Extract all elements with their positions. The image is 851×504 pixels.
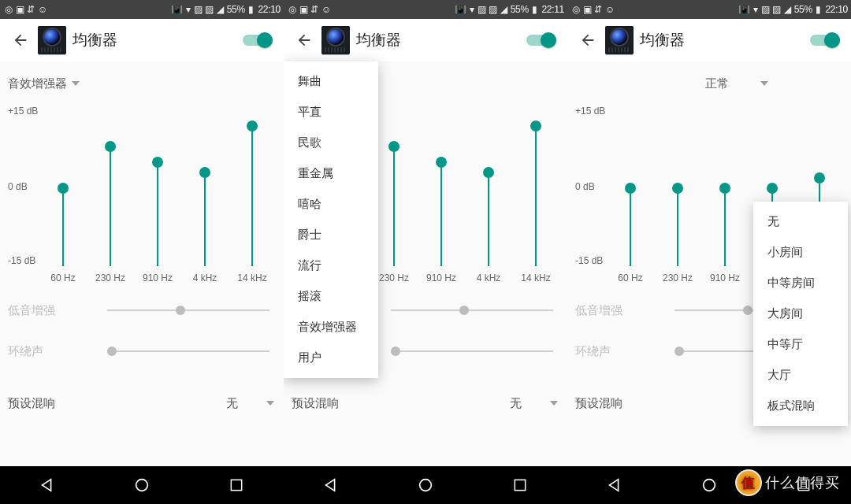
svg-point-2 — [420, 480, 432, 491]
reverb-menu-item[interactable]: 大厅 — [753, 360, 848, 391]
preset-menu-item[interactable]: 用户 — [284, 343, 378, 373]
reverb-menu-item[interactable]: 大房间 — [753, 298, 848, 329]
reverb-dropdown[interactable]: 预设混响 无 — [8, 386, 276, 421]
wifi-icon: ▾ — [186, 4, 191, 15]
eq-band-slider[interactable] — [419, 110, 463, 266]
preset-menu-item[interactable]: 重金属 — [284, 158, 378, 189]
master-toggle[interactable] — [526, 32, 556, 48]
nav-recent[interactable] — [225, 474, 247, 496]
nav-back[interactable] — [320, 474, 342, 496]
eq-band-slider[interactable] — [514, 110, 558, 266]
preset-dropdown[interactable]: 音效增强器 — [8, 71, 276, 96]
preset-menu-item[interactable]: 嘻哈 — [284, 189, 378, 220]
status-icon: ▨ — [772, 4, 781, 15]
preset-menu-item[interactable]: 民歌 — [284, 128, 378, 158]
freq-label: 910 Hz — [136, 272, 180, 284]
nav-recent[interactable] — [509, 474, 531, 496]
app-bar: 均衡器 — [567, 19, 851, 61]
watermark-badge-icon: 值 — [737, 471, 760, 495]
eq-band-slider[interactable] — [656, 110, 700, 266]
app-logo-icon — [321, 26, 350, 54]
svg-rect-3 — [515, 480, 525, 490]
eq-band-slider[interactable] — [41, 110, 85, 266]
surround-row: 环绕声 — [8, 331, 276, 372]
preset-menu-item[interactable]: 摇滚 — [284, 281, 378, 312]
surround-label: 环绕声 — [575, 344, 670, 359]
app-bar: 均衡器 — [284, 19, 567, 61]
preset-dropdown[interactable]: 正常 — [630, 71, 843, 96]
eq-band-slider[interactable] — [372, 110, 416, 266]
nav-home[interactable] — [414, 474, 437, 496]
freq-label: 230 Hz — [372, 272, 416, 284]
nav-home[interactable] — [698, 474, 720, 496]
eq-band-slider[interactable] — [230, 110, 274, 266]
back-button[interactable] — [287, 23, 321, 57]
svg-rect-1 — [231, 480, 241, 490]
eq-band-slider[interactable] — [136, 110, 180, 266]
status-icon: ⇵ — [27, 4, 35, 15]
reverb-menu-item[interactable]: 小房间 — [753, 237, 848, 268]
status-icon: ⇵ — [594, 4, 602, 15]
back-button[interactable] — [570, 23, 605, 57]
vibrate-icon: 📳 — [455, 4, 466, 15]
status-icon: ▣ — [16, 4, 24, 15]
bass-boost-slider[interactable] — [391, 301, 553, 320]
preset-menu-item[interactable]: 舞曲 — [284, 66, 378, 97]
nav-home[interactable] — [131, 474, 153, 496]
app-logo-icon — [38, 26, 66, 54]
preset-menu-item[interactable]: 爵士 — [284, 220, 378, 250]
clock: 22:11 — [541, 4, 564, 15]
watermark: 值 什么值得买 — [737, 471, 840, 495]
bass-boost-row: 低音增强 — [8, 290, 276, 331]
bass-boost-slider[interactable] — [107, 301, 269, 320]
preset-menu-item[interactable]: 流行 — [284, 250, 378, 281]
reverb-value: 无 — [226, 396, 238, 411]
status-icon: ◎ — [572, 4, 580, 15]
preset-menu[interactable]: 舞曲平直民歌重金属嘻哈爵士流行摇滚音效增强器用户 — [284, 61, 378, 378]
eq-band-slider[interactable] — [466, 110, 511, 266]
status-icon: ▣ — [583, 4, 592, 15]
status-icon: ☺ — [605, 4, 615, 15]
reverb-dropdown[interactable]: 预设混响 无 — [292, 386, 559, 421]
phone-panel-right: ◎ ▣ ⇵ ☺ 📳 ▾ ▨ ▨ ◢ 55% ▮ 22:10 均衡器 正常 +15… — [567, 0, 851, 504]
eq-band-slider[interactable] — [88, 110, 132, 266]
freq-label: 910 Hz — [419, 272, 463, 284]
preset-menu-item[interactable]: 平直 — [284, 97, 378, 128]
svg-point-4 — [704, 480, 715, 491]
nav-back[interactable] — [36, 474, 58, 496]
status-icon: ☺ — [321, 4, 331, 15]
reverb-menu[interactable]: 无小房间中等房间大房间中等厅大厅板式混响 — [753, 202, 848, 426]
freq-label: 4 kHz — [183, 272, 227, 284]
surround-slider[interactable] — [391, 342, 553, 361]
clock: 22:10 — [825, 4, 848, 15]
battery-icon: ▮ — [248, 4, 254, 15]
status-icon: ▨ — [761, 4, 770, 15]
preset-selected-label: 正常 — [705, 76, 729, 91]
eq-band-slider[interactable] — [703, 110, 747, 266]
vibrate-icon: 📳 — [171, 4, 183, 15]
clock: 22:10 — [258, 4, 281, 15]
master-toggle[interactable] — [243, 32, 273, 48]
status-icon: ▨ — [205, 4, 214, 15]
preset-menu-item[interactable]: 音效增强器 — [284, 312, 378, 343]
app-title: 均衡器 — [72, 30, 243, 50]
eq-band-slider[interactable] — [608, 110, 652, 266]
surround-slider[interactable] — [107, 342, 269, 361]
master-toggle[interactable] — [810, 32, 840, 48]
chevron-down-icon — [550, 401, 558, 406]
bass-boost-label: 低音增强 — [8, 303, 102, 318]
eq-band-slider[interactable] — [183, 110, 227, 266]
reverb-menu-item[interactable]: 中等房间 — [753, 268, 848, 298]
reverb-menu-item[interactable]: 中等厅 — [753, 329, 848, 360]
nav-back[interactable] — [604, 474, 626, 496]
reverb-menu-item[interactable]: 无 — [753, 206, 848, 237]
phone-panel-middle: ◎ ▣ ⇵ ☺ 📳 ▾ ▨ ▨ ◢ 55% ▮ 22:11 均衡器 60 Hz2… — [284, 0, 567, 504]
battery-icon: ▮ — [532, 4, 537, 15]
status-icon: ▨ — [489, 4, 497, 15]
reverb-menu-item[interactable]: 板式混响 — [753, 391, 848, 421]
battery-icon: ▮ — [816, 4, 821, 15]
freq-label: 14 kHz — [230, 272, 274, 284]
signal-icon: ◢ — [217, 4, 224, 15]
back-button[interactable] — [3, 23, 38, 57]
app-title: 均衡器 — [356, 30, 526, 50]
